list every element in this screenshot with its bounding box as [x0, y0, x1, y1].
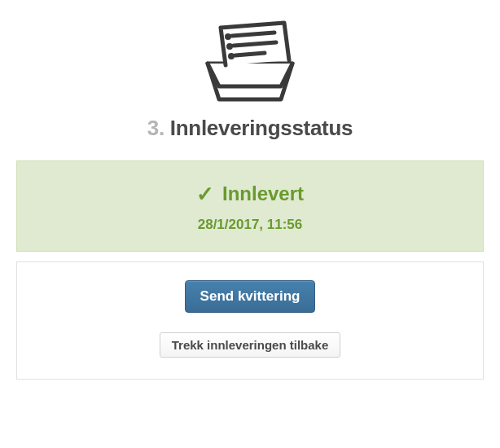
- svg-point-5: [230, 55, 233, 58]
- section-heading: 3. Innleveringsstatus: [147, 116, 353, 141]
- step-number: 3.: [147, 116, 164, 140]
- status-line: ✓ Innlevert: [33, 182, 467, 205]
- svg-point-3: [227, 36, 230, 38]
- action-box: Send kvittering Trekk innleveringen tilb…: [16, 261, 484, 380]
- withdraw-submission-button[interactable]: Trekk innleveringen tilbake: [160, 332, 341, 358]
- section-title: Innleveringsstatus: [170, 116, 353, 140]
- status-box: ✓ Innlevert 28/1/2017, 11:56: [16, 160, 484, 252]
- svg-line-2: [235, 53, 265, 55]
- inbox-tray-icon: [193, 16, 307, 106]
- status-timestamp: 28/1/2017, 11:56: [33, 217, 467, 233]
- status-label: Innlevert: [222, 182, 304, 205]
- svg-point-4: [229, 46, 231, 48]
- submission-status-panel: 3. Innleveringsstatus ✓ Innlevert 28/1/2…: [16, 16, 484, 380]
- check-icon: ✓: [196, 183, 214, 204]
- send-receipt-button[interactable]: Send kvittering: [185, 280, 316, 313]
